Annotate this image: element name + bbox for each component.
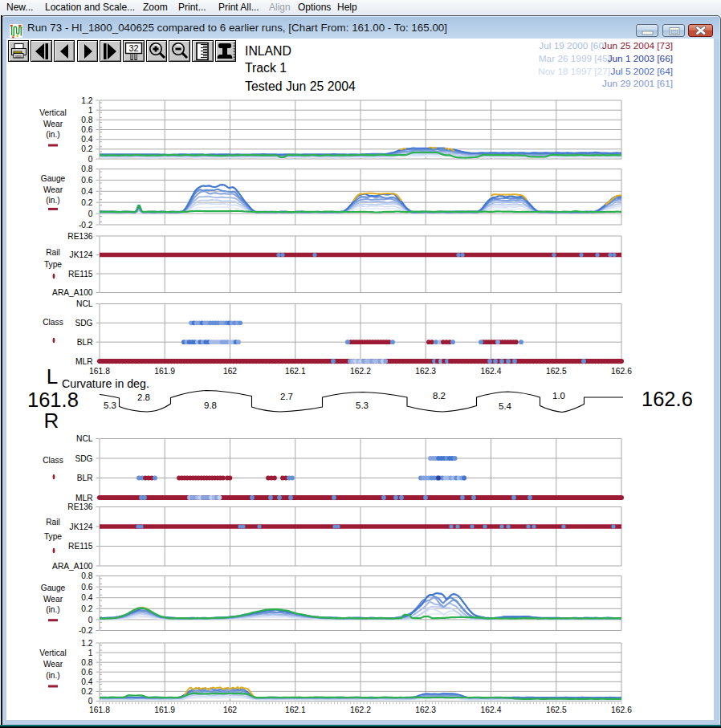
svg-text:5.3: 5.3 <box>104 401 116 410</box>
svg-text:Class: Class <box>43 456 63 465</box>
svg-text:161.9: 161.9 <box>154 706 175 714</box>
svg-text:0.6: 0.6 <box>81 668 92 677</box>
svg-text:162.6: 162.6 <box>611 706 632 714</box>
svg-text:(in.): (in.) <box>46 196 60 205</box>
svg-text:Wear: Wear <box>43 660 63 669</box>
svg-text:162.6: 162.6 <box>611 367 632 376</box>
svg-text:162.4: 162.4 <box>481 367 502 376</box>
svg-text:Gauge: Gauge <box>41 174 66 183</box>
svg-text:8.2: 8.2 <box>433 391 446 401</box>
svg-text:0.2: 0.2 <box>81 687 92 696</box>
svg-text:(in.): (in.) <box>46 605 60 614</box>
svg-text:0: 0 <box>88 616 93 624</box>
svg-text:-0.2: -0.2 <box>79 221 93 230</box>
svg-text:RE136: RE136 <box>67 232 92 241</box>
svg-text:0.8: 0.8 <box>81 116 92 124</box>
svg-text:161.8: 161.8 <box>27 388 79 411</box>
svg-text:ARA_A100: ARA_A100 <box>52 562 93 571</box>
svg-text:L: L <box>47 364 58 388</box>
svg-text:162.1: 162.1 <box>285 367 306 376</box>
svg-text:Rail: Rail <box>46 518 60 527</box>
svg-text:1.0: 1.0 <box>552 391 565 401</box>
svg-text:Wear: Wear <box>43 595 63 604</box>
svg-text:0.2: 0.2 <box>81 604 92 613</box>
svg-text:Gauge: Gauge <box>41 584 66 592</box>
svg-text:5.3: 5.3 <box>356 401 369 410</box>
svg-text:Rail: Rail <box>46 248 60 257</box>
svg-text:0: 0 <box>88 155 93 164</box>
svg-text:0.4: 0.4 <box>81 135 92 144</box>
svg-text:0.4: 0.4 <box>81 677 92 686</box>
svg-text:0.4: 0.4 <box>81 187 92 196</box>
svg-text:(in.): (in.) <box>46 130 60 139</box>
svg-text:ARA_A100: ARA_A100 <box>52 288 93 297</box>
svg-text:1: 1 <box>88 649 93 657</box>
svg-text:NCL: NCL <box>76 434 93 443</box>
svg-text:162: 162 <box>223 367 237 376</box>
svg-text:0.2: 0.2 <box>81 198 92 207</box>
svg-text:NCL: NCL <box>76 299 93 308</box>
svg-text:Class: Class <box>43 318 63 327</box>
svg-text:BLR: BLR <box>77 474 93 482</box>
svg-text:161.8: 161.8 <box>89 706 110 714</box>
svg-text:0.2: 0.2 <box>81 144 92 153</box>
svg-text:0.4: 0.4 <box>81 593 92 602</box>
svg-text:Type: Type <box>44 532 62 541</box>
svg-text:JK124: JK124 <box>70 250 93 259</box>
svg-text:Curvature in deg.: Curvature in deg. <box>62 377 149 390</box>
svg-text:161.9: 161.9 <box>154 367 175 376</box>
svg-text:SDG: SDG <box>75 319 92 327</box>
svg-text:2.8: 2.8 <box>137 392 150 402</box>
svg-text:MLR: MLR <box>75 494 93 502</box>
svg-text:161.8: 161.8 <box>89 367 110 376</box>
svg-text:RE136: RE136 <box>67 502 92 511</box>
svg-text:162.1: 162.1 <box>285 706 306 714</box>
svg-text:0.8: 0.8 <box>81 658 92 667</box>
svg-text:Vertical: Vertical <box>39 649 66 657</box>
svg-text:0.8: 0.8 <box>81 571 92 580</box>
svg-text:MLR: MLR <box>75 357 93 366</box>
svg-text:162.6: 162.6 <box>642 388 693 410</box>
svg-text:0.6: 0.6 <box>81 176 92 185</box>
svg-text:162.5: 162.5 <box>546 367 567 376</box>
svg-text:-0.2: -0.2 <box>79 626 93 635</box>
svg-text:162: 162 <box>223 706 237 714</box>
svg-text:162.4: 162.4 <box>481 706 502 714</box>
svg-text:Wear: Wear <box>43 120 63 128</box>
svg-text:RE115: RE115 <box>68 542 93 551</box>
svg-text:9.8: 9.8 <box>204 401 217 410</box>
svg-text:SDG: SDG <box>75 454 92 463</box>
svg-text:162.5: 162.5 <box>546 706 567 714</box>
svg-text:1: 1 <box>88 106 93 115</box>
svg-text:0: 0 <box>88 209 93 218</box>
svg-text:JK124: JK124 <box>70 523 93 531</box>
svg-text:2.7: 2.7 <box>280 392 293 401</box>
svg-text:0.8: 0.8 <box>81 165 92 173</box>
svg-text:162.2: 162.2 <box>350 367 371 376</box>
svg-text:1.2: 1.2 <box>81 96 92 105</box>
svg-text:0.6: 0.6 <box>81 125 92 134</box>
svg-text:162.3: 162.3 <box>415 706 436 714</box>
svg-text:Vertical: Vertical <box>39 108 66 117</box>
svg-text:BLR: BLR <box>77 338 93 347</box>
svg-text:0.6: 0.6 <box>81 583 92 592</box>
svg-text:1.2: 1.2 <box>81 639 92 648</box>
svg-text:162.3: 162.3 <box>415 367 436 376</box>
svg-text:(in.): (in.) <box>46 671 60 680</box>
svg-text:0: 0 <box>88 697 93 706</box>
svg-text:Wear: Wear <box>43 185 63 194</box>
svg-text:RE115: RE115 <box>68 270 93 279</box>
svg-text:5.4: 5.4 <box>499 401 512 411</box>
svg-text:R: R <box>44 409 59 433</box>
svg-text:Type: Type <box>44 260 62 269</box>
svg-text:162.2: 162.2 <box>350 706 371 714</box>
